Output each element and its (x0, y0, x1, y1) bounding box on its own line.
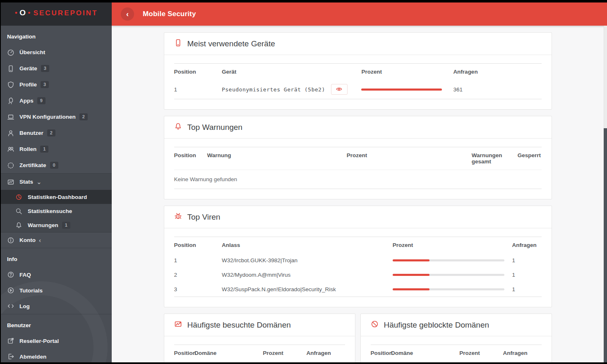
sidebar-item-label: Konto (19, 237, 36, 243)
question-circle-icon (7, 271, 14, 278)
sidebar-item-uebersicht[interactable]: Übersicht (0, 44, 112, 60)
window-chrome-top (0, 0, 607, 2)
sidebar-item-statistikensuche[interactable]: Statistikensuche (0, 204, 112, 218)
requests-cell: 1 (512, 268, 541, 282)
sidebar-item-warnungen[interactable]: Warnungen 1 (0, 218, 112, 232)
count-badge: 2 (47, 129, 55, 136)
bell-icon (15, 222, 22, 229)
sidebar-item-geraete[interactable]: Geräte 3 (0, 60, 112, 77)
sidebar-item-label: Geräte (19, 65, 37, 72)
sidebar-item-label: Statistiken-Dashboard (28, 194, 87, 200)
sidebar-item-rollen[interactable]: Rollen 1 (0, 141, 112, 157)
card-top-warnings: Top Warnungen Position Warnung Prozent W… (164, 116, 552, 199)
main-area: ‹ Mobile Security Meist verwendete Gerät… (112, 0, 607, 364)
column-header: Position (174, 345, 195, 362)
card-title: Häufigste geblockte Domänen (384, 321, 489, 330)
mobile-security-dashboard: ●O●SECUREPOINT Navigation Übersicht Gerä… (0, 0, 607, 364)
percent-bar (393, 259, 504, 261)
sidebar: ●O●SECUREPOINT Navigation Übersicht Gerä… (0, 0, 112, 364)
position-cell: 1 (174, 253, 222, 268)
scrollbar-thumb[interactable] (604, 128, 607, 362)
table-row: 1 W32/Ircbot.GUKK-3982|Trojan 1 (174, 253, 542, 268)
sidebar-item-faq[interactable]: FAQ (0, 267, 112, 283)
users-icon (7, 146, 14, 153)
count-badge: 1 (40, 146, 48, 153)
visited-domains-table: Position Domäne Prozent Anfragen 1 (174, 345, 345, 364)
sidebar-item-benutzer[interactable]: Benutzer 2 (0, 125, 112, 141)
sidebar-item-vpn-konfigurationen[interactable]: VPN Konfigurationen 2 (0, 109, 112, 125)
info-circle-icon (7, 237, 14, 244)
blocked-domains-table: Position Domäne Prozent Anfragen 1 (371, 345, 542, 364)
card-most-blocked-domains: Häufigste geblockte Domänen Position Dom… (360, 314, 552, 364)
search-icon (15, 208, 22, 215)
virus-name: W32/Mydoom.A@mm|Virus (222, 268, 393, 282)
bug-icon (174, 212, 182, 222)
device-name: Pseudonymisiertes Gerät (5be2) (222, 86, 325, 93)
sidebar-item-label: Warnungen (28, 222, 58, 228)
viruses-table: Position Anlass Prozent Anfragen 1 W32/I… (174, 237, 542, 297)
column-header: Anfragen (503, 345, 542, 362)
logo-dot-icon: ● (15, 10, 19, 15)
eye-icon (336, 86, 342, 93)
info-section-label: Info (0, 248, 112, 267)
count-badge: 0 (50, 162, 58, 169)
sidebar-item-label: Übersicht (19, 49, 45, 55)
sidebar-item-zertifikate[interactable]: Zertifikate 0 (0, 157, 112, 173)
sidebar-item-label: Statistikensuche (28, 208, 72, 214)
sidebar-item-label: Profile (19, 81, 37, 88)
column-header: Anfragen (512, 237, 541, 254)
table-row: 1 Pseudonymisiertes Gerät (5be2) (174, 80, 542, 99)
count-badge: 3 (41, 65, 49, 72)
window-chrome-left (0, 0, 1, 364)
logo-text: SECUREPOINT (34, 9, 98, 17)
line-chart-icon (7, 178, 14, 186)
card-title: Meist verwendete Geräte (187, 39, 275, 48)
user-icon (7, 129, 14, 137)
position-cell: 2 (174, 268, 222, 282)
sidebar-item-statistiken-dashboard[interactable]: Statistiken-Dashboard (0, 190, 112, 204)
column-header: Position (174, 64, 222, 80)
sidebar-item-label: FAQ (19, 272, 31, 278)
page-title: Mobile Security (143, 10, 196, 18)
column-header: Prozent (361, 64, 453, 80)
gauge-icon (7, 49, 14, 56)
mobile-icon (7, 65, 14, 72)
shield-icon (7, 81, 14, 89)
virus-name: W32/SuspPack.N.gen!Eldorado|Security_Ris… (222, 282, 393, 297)
column-header: Prozent (347, 147, 472, 170)
sidebar-item-stats[interactable]: Stats ⌄ (0, 174, 112, 190)
certificate-icon (7, 162, 14, 169)
sidebar-item-profile[interactable]: Profile 3 (0, 77, 112, 93)
position-cell: 1 (174, 80, 222, 99)
nav-section-label: Navigation (0, 26, 112, 44)
chevron-left-icon: ‹ (39, 237, 41, 244)
column-header: Anfragen (307, 345, 345, 362)
logo-dot-icon: ● (28, 10, 32, 15)
sidebar-item-label: Apps (19, 98, 34, 104)
sidebar-item-apps[interactable]: Apps 9 (0, 93, 112, 109)
card-title: Top Warnungen (187, 123, 242, 132)
window-chrome-bottom (0, 362, 607, 364)
sidebar-item-konto[interactable]: Konto ‹ (0, 232, 112, 248)
back-button[interactable]: ‹ (121, 7, 134, 21)
card-most-visited-domains: Häufigste besuchte Domänen Position Domä… (164, 314, 355, 364)
count-badge: 1 (62, 222, 70, 229)
laptop-icon (7, 113, 14, 121)
requests-cell: 1 (512, 282, 541, 297)
column-header: Prozent (263, 345, 306, 362)
card-title: Top Viren (187, 213, 221, 222)
position-cell: 3 (174, 282, 222, 297)
view-device-button[interactable] (331, 84, 348, 95)
content-scroll-area: Meist verwendete Geräte Position Gerät P… (112, 26, 604, 364)
warnings-table: Position Warnung Prozent Warnungen gesam… (174, 147, 542, 189)
column-header: Gerät (222, 64, 361, 80)
sidebar-item-label: Zertifikate (19, 162, 46, 168)
sidebar-item-label: Stats (19, 179, 33, 185)
virus-name: W32/Ircbot.GUKK-3982|Trojan (222, 253, 393, 268)
card-top-viruses: Top Viren Position Anlass Prozent Anfrag… (164, 206, 552, 307)
pie-chart-icon (15, 194, 22, 201)
column-header: Prozent (459, 345, 503, 362)
app-header: ‹ Mobile Security (112, 2, 607, 26)
column-header: Position (371, 345, 391, 362)
table-row: 2 W32/Mydoom.A@mm|Virus 1 (174, 268, 542, 282)
